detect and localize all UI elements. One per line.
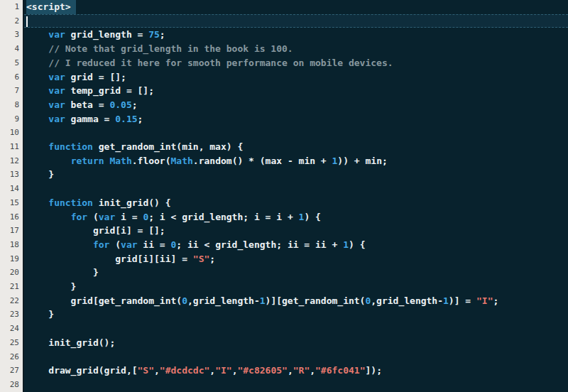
line-number[interactable]: 3 [0,28,23,42]
code-token: grid[i] = []; [26,225,165,236]
code-token [26,156,71,166]
code-line[interactable]: draw_grid(grid,["S","#dcdcdc","I","#c826… [24,364,568,378]
line-number[interactable]: 9 [0,112,23,126]
code-line[interactable]: // Note that grid_length in the book is … [24,42,568,56]
code-token [26,29,48,40]
line-number[interactable]: 26 [0,350,23,364]
code-token: var [48,72,65,82]
code-token: function [48,197,93,208]
line-number[interactable]: 18 [0,238,23,252]
line-number[interactable]: 14 [0,182,23,196]
code-token: } [26,281,76,292]
line-number[interactable]: 25 [0,336,23,350]
code-line[interactable] [24,350,568,364]
code-token: 1 [260,295,266,306]
line-number[interactable]: 17 [0,224,23,238]
code-line[interactable]: var gamma = 0.15; [24,112,568,126]
line-number[interactable]: 22 [0,294,23,308]
line-number[interactable]: 13 [0,168,23,182]
line-number[interactable]: 16 [0,210,23,224]
code-line[interactable]: return Math.floor(Math.random() * (max -… [24,154,568,168]
code-line[interactable]: grid[i][ii] = "S"; [24,252,568,266]
code-line[interactable] [24,126,568,140]
code-token [26,197,48,208]
code-line[interactable]: function init_grid() { [24,196,568,210]
code-token: "#6fc041" [315,365,365,376]
code-token: , [154,365,160,376]
code-line[interactable]: init_grid(); [24,336,568,350]
line-number[interactable]: 11 [0,140,23,154]
code-token: , [288,365,293,376]
selection-highlight: <script> [26,0,76,14]
code-line[interactable]: for (var i = 0; i < grid_length; i = i +… [24,210,568,224]
line-number[interactable]: 27 [0,364,23,378]
code-token [26,141,48,152]
line-number[interactable]: 4 [0,42,23,56]
code-line[interactable]: for (var ii = 0; ii < grid_length; ii = … [24,238,568,252]
line-number[interactable]: 12 [0,154,23,168]
code-token: for [93,239,109,250]
code-line[interactable]: var beta = 0.05; [24,98,568,112]
code-token: 0.15 [115,114,137,124]
code-token [26,99,48,110]
code-token: beta = [65,99,110,110]
code-token: ,grid_length- [187,295,260,306]
line-number[interactable]: 19 [0,252,23,266]
code-line[interactable] [24,378,568,392]
code-line[interactable] [24,322,568,336]
code-token: var [48,85,65,96]
code-token: ) { [349,239,365,250]
code-token: var [48,29,65,40]
code-line[interactable]: var grid = []; [24,70,568,85]
code-line[interactable]: grid[i] = []; [24,224,568,238]
code-token: temp_grid = []; [65,85,154,96]
code-token: 0.05 [109,99,131,110]
code-line[interactable] [24,14,568,28]
code-token: ; [132,99,138,110]
code-token: 0 [182,295,187,306]
code-line[interactable]: var temp_grid = []; [24,84,568,98]
line-number[interactable]: 8 [0,98,23,112]
code-token: <script> [26,1,71,12]
code-token [26,72,48,82]
code-token: Math [171,156,193,166]
code-token: , [209,365,215,376]
line-number[interactable]: 2 [0,14,23,28]
code-line[interactable]: // I reduced it here for smooth performa… [24,56,568,70]
code-token: draw_grid(grid,[ [26,365,138,376]
line-number[interactable]: 5 [0,56,23,70]
code-line[interactable]: } [24,168,568,182]
line-number[interactable]: 28 [0,378,23,392]
line-number[interactable]: 6 [0,70,23,85]
gutter: 1234567891011121314151617181920212223242… [0,0,24,392]
code-token: "R" [293,365,310,376]
code-line[interactable]: var grid_length = 75; [24,28,568,42]
code-line[interactable]: } [24,266,568,280]
code-line[interactable]: <script> [24,0,568,14]
code-line[interactable]: } [24,307,568,322]
code-token: "S" [193,254,209,264]
code-editor: 1234567891011121314151617181920212223242… [0,0,568,392]
line-number[interactable]: 21 [0,280,23,294]
code-area[interactable]: <script> var grid_length = 75; // Note t… [24,0,568,392]
code-token [26,212,71,222]
code-line[interactable]: grid[get_random_int(0,grid_length-1)][ge… [24,294,568,308]
code-line[interactable]: function get_random_int(min, max) { [24,140,568,154]
code-token: grid[i][ii] = [26,254,193,264]
code-token: "I" [476,295,493,306]
line-number[interactable]: 24 [0,322,23,336]
code-token [26,239,93,250]
code-line[interactable]: } [24,280,568,294]
line-number[interactable]: 15 [0,196,23,210]
line-number[interactable]: 7 [0,84,23,98]
line-number[interactable]: 10 [0,126,23,140]
code-line[interactable] [24,182,568,196]
code-token: .random() * (max - min + [193,156,332,166]
code-token: ( [87,212,99,222]
code-token: )) + min; [337,156,387,166]
code-token: // I reduced it here for smooth performa… [26,58,393,68]
line-number[interactable]: 1 [0,0,23,14]
line-number[interactable]: 20 [0,266,23,280]
code-token: } [26,267,99,278]
line-number[interactable]: 23 [0,307,23,322]
